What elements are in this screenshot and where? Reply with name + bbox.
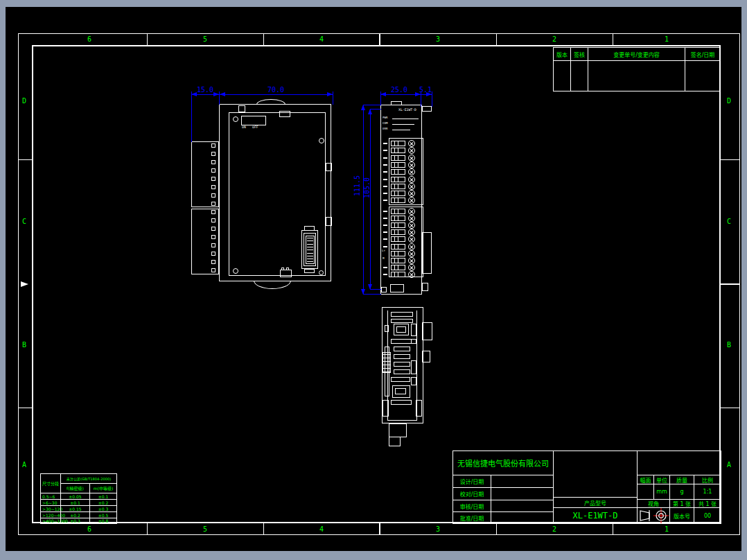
bottom-inner-wall [416, 310, 417, 420]
side-terminal-mark [398, 230, 398, 234]
revision-signature-header: 签名/日期 [685, 47, 721, 61]
zone-row-right: D [727, 97, 731, 105]
front-right-notch [326, 163, 332, 171]
zone-tick [496, 33, 497, 45]
side-terminal-dash [383, 143, 387, 144]
side-terminal-mark [394, 209, 395, 213]
front-terminal-tab [211, 160, 216, 164]
front-connector-pin [307, 240, 313, 241]
side-terminal-mark [394, 252, 395, 256]
front-connector-pin [307, 238, 313, 238]
dim-front-left-width: 15.0 [197, 86, 213, 94]
dim-arrow [220, 92, 225, 96]
bottom-inner-wall [387, 310, 388, 420]
revision-change-header: 变更单号/变更内容 [588, 47, 685, 61]
bottom-slot [385, 325, 389, 332]
front-terminal-tab [211, 218, 216, 222]
dim-arrow [361, 289, 365, 295]
bottom-inner-wall [387, 420, 417, 421]
bottom-right-bump [422, 351, 430, 362]
front-connector-pin [307, 261, 313, 262]
side-terminal-mark [394, 184, 395, 189]
bottom-connector-inner [395, 388, 406, 394]
side-bottom-foot [381, 287, 387, 292]
bottom-vent-slot [394, 362, 410, 367]
dim-arrow [426, 92, 432, 96]
tolerance-size-header: 尺寸分段 [40, 473, 61, 493]
unit-header: 单位 [653, 475, 670, 484]
check-date-value [491, 487, 554, 500]
zone-tick [613, 33, 613, 45]
front-connector-pin [307, 253, 313, 254]
tolerance-title-text: 未注公差(GB/T1804-2000) [67, 476, 111, 482]
tolerance-medium-header: m(中等级) [89, 483, 117, 493]
mass-header: 质量 [669, 475, 694, 484]
zone-col-bottom: 3 [436, 525, 440, 533]
bottom-vent-slot [394, 347, 410, 351]
dimension-line [380, 94, 432, 95]
bottom-vent-slot [391, 400, 412, 405]
zone-tick [263, 523, 264, 535]
front-terminal-tab [211, 202, 216, 206]
side-terminal-dash [383, 164, 387, 166]
front-latch-slot [238, 105, 245, 112]
zone-col-bottom: 6 [87, 525, 91, 533]
check-date-label: 校对/日期 [452, 487, 491, 500]
side-terminal-dash [383, 246, 387, 247]
front-screw-circle [233, 116, 238, 122]
scale-header: 比例 [694, 475, 721, 484]
side-terminal-dash [383, 157, 387, 159]
front-terminal-tab [211, 235, 216, 239]
zone-tick [496, 523, 497, 535]
zone-col-top: 5 [203, 35, 207, 43]
side-terminal-mark [398, 198, 398, 202]
dimension-line [363, 105, 381, 105]
side-terminal-mark [398, 170, 398, 174]
design-date-label: 设计/日期 [452, 475, 491, 488]
side-terminal-mark [394, 198, 395, 202]
scale-value: 1:1 [694, 484, 721, 500]
bottom-slot [411, 324, 416, 336]
front-terminal-tab [211, 168, 216, 173]
revision-signature-cell [685, 60, 721, 91]
side-terminal-mark [394, 259, 395, 263]
bottom-din-clip [389, 423, 407, 437]
dimension-line [363, 294, 381, 295]
side-terminal-dash [383, 211, 387, 212]
revision-change-cell [588, 60, 685, 91]
side-terminal-dash [383, 225, 387, 226]
side-terminal-dash [383, 171, 387, 173]
dim-front-body-width: 70.0 [267, 86, 284, 94]
zone-tick [147, 33, 148, 45]
side-terminal-mark [398, 237, 398, 241]
dim-arrow [191, 92, 197, 96]
zone-col-bottom: 4 [319, 525, 324, 533]
side-terminal-dash [383, 150, 387, 151]
review-date-label: 审核/日期 [452, 500, 491, 512]
revision-version-cell [553, 60, 571, 91]
zone-row-right: A [727, 461, 731, 469]
zone-tick [263, 33, 264, 45]
front-terminal-tab [211, 193, 216, 198]
front-terminal-tab [211, 243, 216, 247]
side-terminal-dash [383, 274, 387, 275]
side-terminal-mark [394, 230, 395, 234]
bottom-slider-ratchet [383, 368, 390, 369]
front-connector-pin [307, 247, 313, 247]
front-clip-nub [281, 268, 284, 270]
bottom-slider-ratchet [383, 365, 390, 365]
tolerance-m: ±0.8 [89, 518, 117, 524]
titleblock-middle-empty [553, 450, 638, 498]
tolerance-range: >400~1000 [40, 518, 61, 524]
dim-arrow [368, 284, 372, 290]
side-terminal-mark [394, 272, 395, 277]
zone-row-left: B [22, 341, 26, 349]
zone-row-left: C [22, 218, 26, 225]
front-terminal-tab [211, 210, 216, 214]
tolerance-f: ±0.3 [60, 518, 90, 524]
side-terminal-dash [383, 218, 387, 219]
mass-value: g [669, 484, 694, 500]
zone-col-bottom: 5 [203, 525, 207, 533]
tolerance-fine-header: f(精密级) [60, 483, 90, 493]
design-date-value [491, 475, 554, 488]
